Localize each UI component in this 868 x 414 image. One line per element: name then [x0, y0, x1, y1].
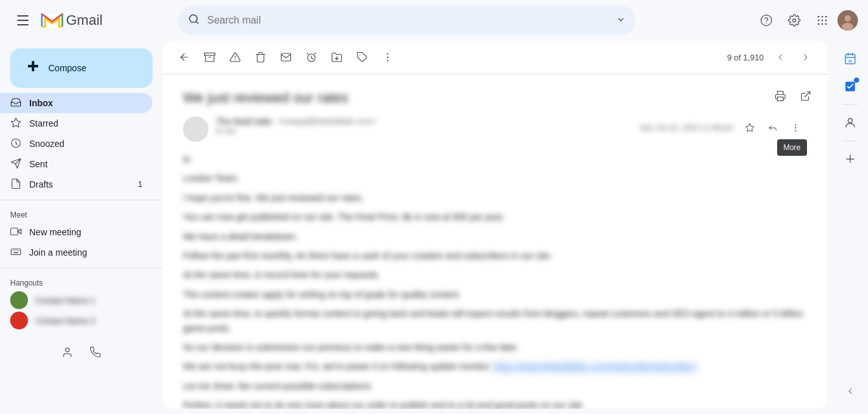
svg-marker-19 [18, 229, 21, 234]
keyboard-icon [10, 246, 22, 259]
svg-point-1 [761, 15, 772, 26]
tasks-badge [854, 78, 859, 83]
hangout-contact-2[interactable]: Contact Name 2 [0, 310, 163, 331]
avatar[interactable] [837, 10, 858, 31]
hangout-avatar-2 [10, 312, 28, 329]
email-link[interactable]: https://www.thebolditalic.com/subscribe/… [494, 361, 696, 371]
email-content-area: 9 of 1,910 We just reviewed our rates [163, 41, 827, 409]
delete-button[interactable] [249, 46, 272, 69]
next-email-button[interactable] [794, 46, 817, 69]
report-spam-button[interactable] [224, 46, 247, 69]
expand-panel-button[interactable] [837, 378, 863, 404]
sidebar-divider-1 [0, 200, 163, 200]
mark-unread-button[interactable] [275, 46, 297, 69]
main-layout: Compose Inbox Starred Snoozed Sent [0, 41, 868, 414]
email-line-1: I hope you're fine. We just reviewed our… [183, 191, 807, 205]
svg-point-2 [766, 23, 767, 24]
svg-text:31: 31 [848, 59, 853, 63]
drafts-label: Drafts [29, 179, 53, 190]
topbar-left: Gmail [10, 8, 173, 33]
svg-point-44 [795, 124, 796, 125]
svg-point-4 [822, 16, 824, 18]
right-sidebar-divider [843, 104, 858, 105]
phone-icon-btn[interactable] [84, 341, 107, 364]
label-button[interactable] [351, 46, 374, 69]
inbox-label: Inbox [29, 98, 53, 108]
svg-point-45 [795, 127, 796, 128]
sidebar-item-sent[interactable]: Sent [0, 154, 153, 174]
sent-label: Sent [29, 159, 48, 169]
starred-label: Starred [29, 118, 58, 128]
svg-point-5 [825, 16, 827, 18]
email-body: to London Team, I hope you're fine. We j… [183, 152, 807, 409]
search-chevron-icon[interactable] [616, 15, 625, 26]
svg-point-7 [822, 20, 824, 22]
sidebar: Compose Inbox Starred Snoozed Sent [0, 41, 163, 414]
hangouts-section-title: Hangouts [0, 273, 163, 290]
hangout-contact-1[interactable]: Contact Name 1 [0, 290, 163, 310]
google-tasks-button[interactable] [837, 74, 863, 99]
apps-button[interactable] [810, 8, 835, 33]
google-calendar-button[interactable]: 31 [837, 46, 863, 71]
join-meeting-label: Join a meeting [29, 247, 87, 258]
hamburger-menu-button[interactable] [10, 8, 36, 33]
gmail-logo: Gmail [41, 12, 102, 29]
clock-icon [10, 137, 22, 151]
sidebar-item-join-meeting[interactable]: Join a meeting [0, 242, 163, 263]
reply-button[interactable] [761, 116, 784, 139]
topbar-right [754, 8, 858, 33]
sidebar-bottom-icons [0, 341, 163, 364]
star-email-button[interactable] [738, 116, 761, 139]
add-apps-button[interactable] [837, 146, 863, 172]
compose-label: Compose [48, 63, 86, 73]
email-line-6: The content creator apply for writing on… [183, 287, 807, 301]
sender-email-text: <noreply@thebolditalic.com> [278, 117, 376, 126]
gmail-label: Gmail [66, 12, 102, 29]
email-line-4: Follow the part first monthly. An there … [183, 249, 807, 263]
svg-point-6 [818, 20, 820, 22]
svg-rect-28 [205, 53, 215, 55]
contacts-icon-btn[interactable] [56, 341, 79, 364]
email-line-8: So our decision is submission our previo… [183, 340, 807, 354]
search-input[interactable] [207, 15, 609, 26]
email-salutation: London Team, [183, 171, 807, 185]
sidebar-item-new-meeting[interactable]: New meeting [0, 222, 163, 242]
right-sidebar: 31 [832, 41, 868, 414]
svg-point-10 [822, 24, 824, 25]
email-line-to: to [183, 152, 807, 166]
archive-button[interactable] [198, 46, 221, 69]
svg-point-27 [65, 348, 69, 352]
move-to-button[interactable] [325, 46, 348, 69]
settings-button[interactable] [782, 8, 807, 33]
sidebar-divider-2 [0, 268, 163, 268]
draft-icon [10, 178, 22, 191]
email-more-button[interactable] [784, 116, 807, 139]
sender-avatar [183, 116, 208, 142]
svg-point-14 [842, 23, 853, 31]
sidebar-item-starred[interactable]: Starred [0, 113, 153, 134]
back-button[interactable] [173, 46, 196, 69]
email-time: Sat, Oct 21, 2023 11:48 pm [640, 123, 733, 132]
prev-email-button[interactable] [769, 46, 792, 69]
sidebar-item-drafts[interactable]: Drafts 1 [0, 174, 153, 195]
svg-point-40 [387, 60, 388, 61]
svg-point-11 [825, 24, 827, 25]
svg-point-46 [795, 130, 796, 132]
google-contacts-button[interactable] [837, 110, 863, 135]
hangout-avatar-1 [10, 291, 28, 309]
email-line-9: We are not busy the post now. For, we're… [183, 359, 807, 373]
search-bar[interactable] [178, 6, 635, 35]
more-button[interactable] [376, 46, 399, 69]
new-meeting-label: New meeting [29, 227, 81, 237]
hangout-name-1: Contact Name 1 [36, 296, 95, 305]
sidebar-item-snoozed[interactable]: Snoozed [0, 134, 153, 154]
sender-info: The Bold Italic <noreply@thebolditalic.c… [216, 116, 632, 135]
help-button[interactable] [754, 8, 779, 33]
snooze-button[interactable] [300, 46, 323, 69]
hangout-name-2: Contact Name 2 [36, 316, 95, 326]
sidebar-item-inbox[interactable]: Inbox [0, 93, 153, 113]
compose-button[interactable]: Compose [10, 48, 153, 88]
svg-point-9 [818, 24, 820, 25]
sender-name: The Bold Italic [216, 116, 273, 127]
drafts-count: 1 [138, 180, 142, 189]
